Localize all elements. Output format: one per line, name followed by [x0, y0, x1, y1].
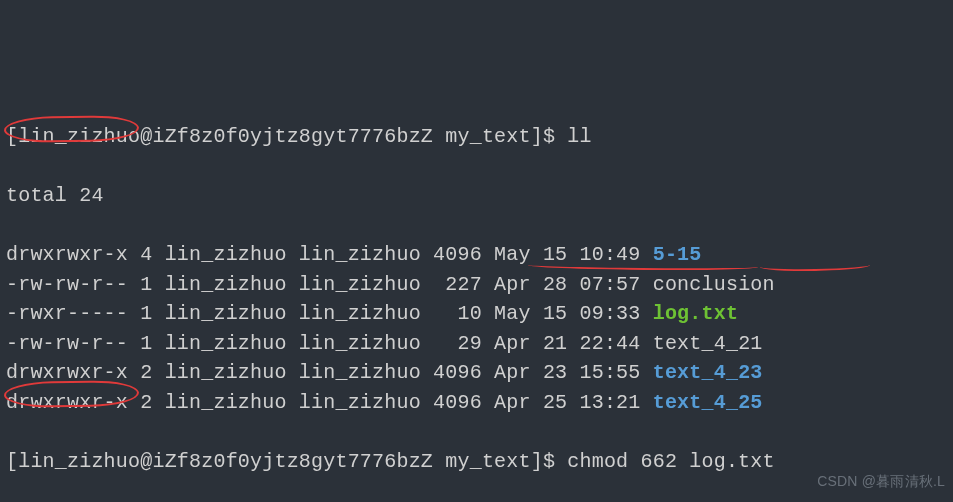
- command: ll: [567, 125, 591, 148]
- ls-row: drwxrwxr-x 4 lin_zizhuo lin_zizhuo 4096 …: [6, 240, 947, 270]
- ls-row: drwxrwxr-x 2 lin_zizhuo lin_zizhuo 4096 …: [6, 358, 947, 388]
- ls-output-1: drwxrwxr-x 4 lin_zizhuo lin_zizhuo 4096 …: [6, 240, 947, 417]
- filename: log.txt: [653, 302, 738, 325]
- ls-row: -rwxr----- 1 lin_zizhuo lin_zizhuo 10 Ma…: [6, 299, 947, 329]
- filename: text_4_25: [653, 391, 763, 414]
- ls-row: -rw-rw-r-- 1 lin_zizhuo lin_zizhuo 29 Ap…: [6, 329, 947, 359]
- filename: text_4_23: [653, 361, 763, 384]
- total-line-1: total 24: [6, 181, 947, 211]
- prompt-line-1[interactable]: [lin_zizhuo@iZf8z0f0yjtz8gyt7776bzZ my_t…: [6, 122, 947, 152]
- filename: text_4_21: [653, 332, 763, 355]
- prompt-line-2[interactable]: [lin_zizhuo@iZf8z0f0yjtz8gyt7776bzZ my_t…: [6, 447, 947, 477]
- ls-row: drwxrwxr-x 2 lin_zizhuo lin_zizhuo 4096 …: [6, 388, 947, 418]
- ls-row: -rw-rw-r-- 1 lin_zizhuo lin_zizhuo 227 A…: [6, 270, 947, 300]
- prompt: [lin_zizhuo@iZf8z0f0yjtz8gyt7776bzZ my_t…: [6, 125, 567, 148]
- prompt: [lin_zizhuo@iZf8z0f0yjtz8gyt7776bzZ my_t…: [6, 450, 567, 473]
- command: chmod 662 log.txt: [567, 450, 774, 473]
- watermark: CSDN @暮雨清秋.L: [817, 467, 945, 497]
- filename: 5-15: [653, 243, 702, 266]
- filename: conclusion: [653, 273, 775, 296]
